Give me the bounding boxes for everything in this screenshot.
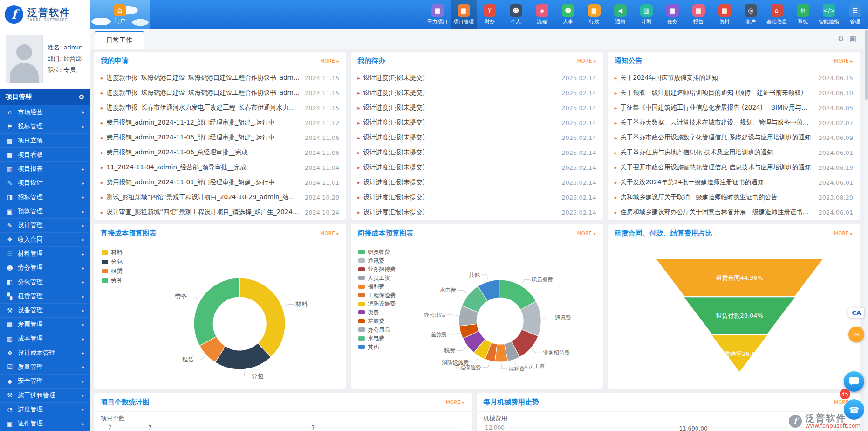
sidebar-item[interactable]: ▤ 发票管理 ▸ — [0, 318, 90, 332]
module-item[interactable]: ☻ 人事 — [555, 0, 581, 29]
list-item[interactable]: ▸ 进度款申报_长春市伊通河水力发电厂改建工程_长春市伊通河水力发电... 20… — [94, 100, 346, 115]
module-item[interactable]: ☻ 个人 — [503, 0, 529, 29]
legend-item[interactable]: 消防设施费 — [358, 299, 396, 308]
sidebar-item[interactable]: ▦ 项目看板 ▸ — [0, 148, 90, 162]
legend-item[interactable]: 劳务 — [102, 276, 123, 285]
module-item[interactable]: ⚙ 系统 — [790, 0, 816, 29]
legend-item[interactable]: 水电费 — [358, 334, 396, 343]
list-item[interactable]: ▸ 设计进度汇报(未提交) 2025.02.14 — [351, 100, 602, 115]
sidebar-item[interactable]: ▚ 租赁管理 ▸ — [0, 289, 90, 303]
sidebar-item[interactable]: ◨ 招标管理 ▸ — [0, 190, 90, 204]
legend-item[interactable]: 差旅费 — [358, 317, 396, 326]
sidebar-item[interactable]: ⚒ 施工过程管理 ▸ — [0, 389, 90, 403]
tab-daily-work[interactable]: 日常工作 — [95, 31, 144, 49]
legend-item[interactable]: 其他 — [358, 343, 396, 352]
sidebar-item[interactable]: ▤ 项目立项 ▸ — [0, 134, 90, 148]
sidebar-item[interactable]: ▣ 预算管理 ▸ — [0, 204, 90, 218]
page-scrollbar[interactable] — [864, 29, 868, 431]
list-item[interactable]: ▸ 费用报销_admin_2024-11-01_部门经理审批_胡建_.运行中 2… — [94, 175, 346, 190]
sidebar-item[interactable]: ✎ 设计管理 ▸ — [0, 219, 90, 233]
legend-item[interactable]: 办公用品 — [358, 326, 396, 334]
list-item[interactable]: ▸ 关于举办市政公用设施数字化管理信息 系统建设与应用培训班的通知 2024.0… — [608, 130, 860, 145]
sidebar-item[interactable]: ▥ 成本管理 ▸ — [0, 332, 90, 346]
list-item[interactable]: ▸ 测试_彭祖新城“四馆”景观工程设计项目_2024-10-29_admin_结… — [94, 190, 346, 205]
list-item[interactable]: ▸ 设计进度汇报(未提交) 2025.02.14 — [351, 145, 602, 160]
sidebar-item[interactable]: ☻ 劳务管理 ▸ — [0, 261, 90, 275]
sidebar-item[interactable]: ▣ 证件管理 ▸ — [0, 417, 90, 431]
list-item[interactable]: ▸ 设计进度汇报(未提交) 2025.02.14 — [351, 190, 602, 205]
list-item[interactable]: ▸ 关于举办住房与房地产信息化 技术及应用培训班的通知 2024.06.01 — [608, 145, 860, 160]
sidebar-item[interactable]: ◆ 安全管理 ▸ — [0, 375, 90, 389]
list-item[interactable]: ▸ 设计进度汇报(未提交) 2025.02.14 — [351, 130, 602, 145]
sidebar-item[interactable]: ⌂ 市场经营 ▸ — [0, 105, 90, 119]
sidebar-item[interactable]: ☰ 材料管理 ▸ — [0, 247, 90, 261]
sidebar-item[interactable]: ⚑ 投标管理 ▸ — [0, 119, 90, 133]
list-item[interactable]: ▸ 11_2024-11-04_admin_经营部_领导审批__完成 2024.… — [94, 160, 346, 175]
list-item[interactable]: ▸ 设计进度汇报(未提交) 2025.02.14 — [351, 160, 602, 175]
legend-item[interactable]: 职员餐费 — [358, 248, 396, 257]
list-item[interactable]: ▸ 关于2024年国庆节放假安排的通知 2024.06.15 — [608, 70, 860, 85]
scrollbar-thumb[interactable] — [865, 30, 868, 100]
portal-module[interactable]: ⌂ 门户 — [114, 4, 126, 25]
more-link[interactable]: MORE ▸ — [834, 58, 853, 63]
sidebar-item[interactable]: ❖ 设计成本管理 ▸ — [0, 346, 90, 360]
sidebar-item[interactable]: ◔ 进度管理 ▸ — [0, 403, 90, 417]
ca-cert-button[interactable]: CA — [848, 308, 864, 318]
module-item[interactable]: ▦ 任务 — [659, 0, 685, 29]
more-link[interactable]: MORE ▸ — [577, 58, 596, 63]
list-item[interactable]: ▸ 设计审查_彭祖新城“四馆”景观工程设计项目_请选择_胡广生_2024-10-… — [94, 205, 346, 220]
module-item[interactable]: ◀ 通知 — [607, 0, 633, 29]
more-link[interactable]: MORE ▸ — [577, 231, 596, 236]
feedback-button[interactable]: ✉ — [848, 327, 864, 342]
legend-item[interactable]: 通讯费 — [358, 257, 396, 265]
list-item[interactable]: ▸ 进度款申报_珠海鹤港口建设_珠海鹤港口建设工程合作协议书_admin_...… — [94, 70, 346, 85]
legend-item[interactable]: 材料 — [102, 248, 123, 257]
module-item[interactable]: ☰ 管理 — [842, 0, 868, 29]
legend-item[interactable]: 分包 — [102, 257, 123, 266]
online-service-button[interactable] — [844, 371, 864, 392]
gear-icon[interactable]: ⚙ — [78, 93, 84, 101]
list-item[interactable]: ▸ 关于发放2024年第24批一级建造师注册证书的通知 2024.06.01 — [608, 175, 860, 190]
list-item[interactable]: ▸ 关于召开市政公用设施智慧化管理信息 信息技术与应用培训班的通知 2024.0… — [608, 160, 860, 175]
list-item[interactable]: ▸ 于征集《中国建筑施工行业信息化发展报告 (2024) —BIM应用与发展》材… — [608, 100, 860, 115]
sidebar-item[interactable]: ◧ 分包管理 ▸ — [0, 275, 90, 289]
more-link[interactable]: MORE ▸ — [320, 231, 339, 236]
sidebar-item[interactable]: ✎ 项目设计 ▸ — [0, 176, 90, 190]
module-item[interactable]: ▤ 报告 — [685, 0, 711, 29]
module-item[interactable]: ▤ 行政 — [581, 0, 607, 29]
module-item[interactable]: ⌂ 基础信息 — [764, 0, 790, 29]
list-item[interactable]: ▸ 房和城乡建设厅关于取消二级建造师临时执业证书的公告 2023.08.29 — [608, 190, 860, 205]
module-item[interactable]: ▦ 项目管理 — [451, 0, 477, 29]
legend-item[interactable]: 工程保险费 — [358, 291, 396, 300]
list-item[interactable]: ▸ 设计进度汇报(未提交) 2025.02.14 — [351, 70, 602, 85]
more-link[interactable]: MORE ▸ — [320, 58, 339, 63]
layout-icon[interactable]: ▣ — [850, 35, 856, 43]
list-item[interactable]: ▸ 费用报销_admin_2024-11-06_部门经理审批_胡建_.运行中 2… — [94, 130, 346, 145]
module-item[interactable]: ◎ 客户 — [738, 0, 764, 29]
module-item[interactable]: ▦ 甲方项目 — [424, 0, 451, 29]
sidebar-item[interactable]: ⚒ 设备管理 ▸ — [0, 304, 90, 318]
list-item[interactable]: ▸ 关于举办大数据、云计算技术在城市建设、规划、管理与服务中的应用培训班... … — [608, 115, 860, 130]
module-item[interactable]: ¥ 财务 — [477, 0, 503, 29]
list-item[interactable]: ▸ 设计进度汇报(未提交) 2025.02.14 — [351, 85, 602, 100]
list-item[interactable]: ▸ 设计进度汇报(未提交) 2025.02.14 — [351, 205, 602, 220]
list-item[interactable]: ▸ 关于领取一级注册建造师培训项目的通知 (须持一建证书前来领取) 2024.0… — [608, 85, 860, 100]
module-item[interactable]: </> 智能建模 — [816, 0, 842, 29]
legend-item[interactable]: 业务招待费 — [358, 265, 396, 274]
module-item[interactable]: ◈ 流程 — [529, 0, 555, 29]
legend-item[interactable]: 税费 — [358, 308, 396, 317]
sidebar-item[interactable]: ❖ 收入合同 ▸ — [0, 233, 90, 247]
module-item[interactable]: ▥ 计划 — [633, 0, 659, 29]
list-item[interactable]: ▸ 设计进度汇报(未提交) 2025.02.14 — [351, 115, 602, 130]
list-item[interactable]: ▸ 设计进度汇报(未提交) 2025.02.14 — [351, 175, 602, 190]
legend-item[interactable]: 人员工资 — [358, 274, 396, 283]
list-item[interactable]: ▸ 费用报销_admin_2024-11-12_部门经理审批_胡建_.运行中 2… — [94, 115, 346, 130]
module-item[interactable]: ▤ 资料 — [711, 0, 738, 29]
list-item[interactable]: ▸ 住房和城乡建设部办公厅关于同意吉林省开展二级建造师注册证书电子化试点... … — [608, 205, 860, 220]
sidebar-item[interactable]: ☑ 质量管理 ▸ — [0, 360, 90, 374]
key-icon[interactable]: ⚙ — [838, 35, 844, 43]
legend-item[interactable]: 租赁 — [102, 266, 123, 276]
list-item[interactable]: ▸ 进度款申报_珠海鹤港口建设_珠海鹤港口建设工程合作协议书_admin_...… — [94, 85, 346, 100]
list-item[interactable]: ▸ 费用报销_admin_2024-11-06_总经理审批__完成 2024.1… — [94, 145, 346, 160]
more-link[interactable]: MORE ▸ — [446, 400, 465, 405]
